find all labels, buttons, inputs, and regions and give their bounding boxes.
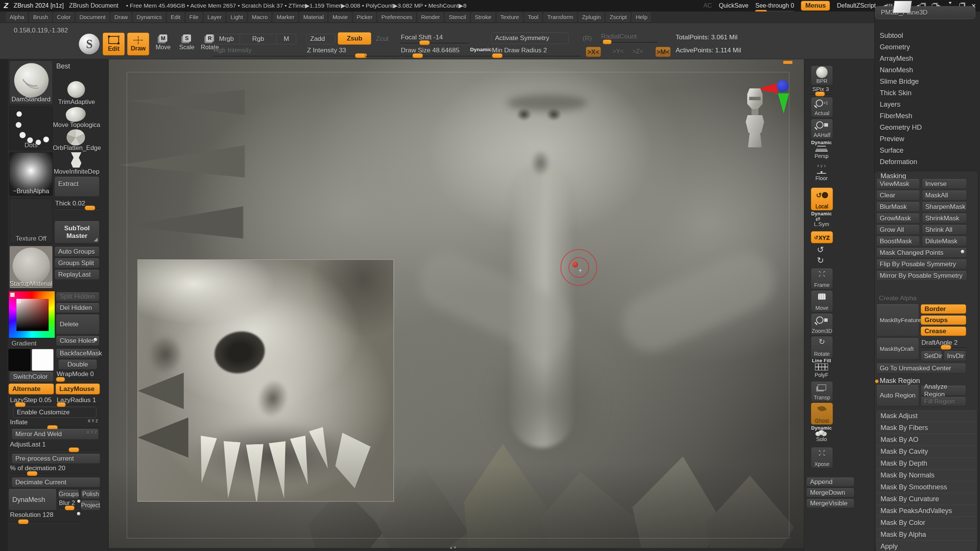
lazy-mouse-button[interactable]: LazyMouse xyxy=(56,383,100,395)
radial-count-slider[interactable]: RadialCount xyxy=(600,33,658,44)
rotate-y-icon[interactable]: ↺ xyxy=(817,245,824,255)
fill-region-button[interactable]: Fill Region xyxy=(921,397,966,406)
flip-posable-symmetry-button[interactable]: Flip By Posable Symmetry xyxy=(876,259,967,269)
brush-dam-standard[interactable]: DamStandard xyxy=(9,60,53,104)
tool-section-item[interactable]: NanoMesh xyxy=(874,64,980,76)
groups-split-button[interactable]: Groups Split xyxy=(54,258,100,268)
enable-customize-button[interactable]: Enable Customize xyxy=(13,407,96,418)
mask-grid-button[interactable]: SharpenMask xyxy=(922,202,967,212)
ghost-button[interactable]: Ghost xyxy=(811,403,833,425)
project-button[interactable]: Project xyxy=(81,500,100,510)
adjust-last-slider[interactable]: AdjustLast 1 xyxy=(9,441,99,452)
lazy-step-slider[interactable]: LazyStep 0.05 xyxy=(9,396,53,407)
split-hidden-button[interactable]: Split Hidden xyxy=(56,292,100,302)
m-button[interactable]: M xyxy=(277,34,296,44)
mrgb-button[interactable]: Mrgb xyxy=(213,34,240,44)
lsym-button[interactable]: L.Sym xyxy=(804,221,839,227)
axis-z-dot[interactable] xyxy=(777,80,789,92)
decimation-slider[interactable]: % of decimation 20 xyxy=(9,465,99,476)
canvas-scroll-arrows[interactable]: ▲▼ xyxy=(449,546,457,549)
sv-square[interactable] xyxy=(16,299,49,331)
mirror-and-weld-button[interactable]: Mirror And Weld X Y Z xyxy=(11,429,99,440)
brush-alpha-thumb[interactable]: ~BrushAlpha xyxy=(9,152,53,196)
menu-item[interactable]: Macro xyxy=(248,12,271,22)
divider-handle[interactable] xyxy=(783,61,792,64)
mask-by-row[interactable]: Mask By AO xyxy=(876,434,977,445)
menu-item[interactable]: Layer xyxy=(204,12,225,22)
close-holes-button[interactable]: Close Holes xyxy=(56,336,100,346)
mask-grid-button[interactable]: Shrink All xyxy=(922,225,967,235)
del-hidden-button[interactable]: Del Hidden xyxy=(56,303,100,313)
tool-section-item[interactable]: Slime Bridge xyxy=(874,76,980,87)
scale-button[interactable]: S Scale xyxy=(177,34,197,51)
persp-button[interactable]: Persp xyxy=(804,153,839,159)
mask-feature-crease-button[interactable]: Crease xyxy=(921,326,966,336)
menu-item[interactable]: Stroke xyxy=(471,12,495,22)
mask-by-row[interactable]: Mask PeaksAndValleys xyxy=(876,505,977,517)
sculpt-canvas[interactable]: + xyxy=(109,59,804,548)
tool-section-item[interactable]: Deformation xyxy=(874,156,980,168)
min-draw-radius-slider[interactable]: Min Draw Radius 2 xyxy=(491,47,581,58)
rotate-z-icon[interactable]: ↻ xyxy=(817,256,824,266)
draw-button[interactable]: Draw xyxy=(127,33,149,55)
decimate-current-button[interactable]: Decimate Current xyxy=(11,478,100,487)
symmetry-z-button[interactable]: >Z< xyxy=(632,48,643,55)
menu-item[interactable]: Transform xyxy=(544,12,577,22)
mirror-posable-symmetry-button[interactable]: Mirror By Posable Symmetry xyxy=(876,271,967,281)
merge-visible-button[interactable]: MergeVisible xyxy=(806,499,854,508)
mask-grid-button[interactable]: ShrinkMask xyxy=(922,214,967,223)
brush-trim-adaptive[interactable]: TrimAdaptive xyxy=(54,81,100,106)
analyze-region-button[interactable]: Analyze Region xyxy=(921,386,966,396)
floor-button[interactable]: Floor xyxy=(804,175,839,181)
mask-grid-button[interactable]: GrowMask xyxy=(876,214,920,223)
menu-item[interactable]: Zplugin xyxy=(578,12,604,22)
floor-icon[interactable]: ▼ xyxy=(817,168,826,174)
mask-by-row[interactable]: Mask By Curvature xyxy=(876,493,977,505)
wrap-mode-slider[interactable]: WrapMode 0 xyxy=(56,370,100,382)
actual-button[interactable]: ×1 Actual xyxy=(811,97,833,117)
mask-grid-button[interactable]: DiluteMask xyxy=(922,236,967,246)
mask-changed-points-button[interactable]: Mask Changed Points xyxy=(876,248,967,258)
switch-color-button[interactable]: SwitchColor xyxy=(9,372,54,382)
move-3d-button[interactable]: Move xyxy=(811,290,833,312)
polish-button[interactable]: Polish xyxy=(81,490,100,499)
hue-cursor[interactable] xyxy=(10,292,15,298)
zsub-button[interactable]: Zsub xyxy=(338,32,371,45)
mask-by-row[interactable]: Mask By Normals xyxy=(876,469,977,481)
lazy-radius-slider[interactable]: LazyRadius 1 xyxy=(56,396,100,407)
tool-section-item[interactable]: Geometry HD xyxy=(874,122,980,133)
texture-off-tile[interactable]: Texture Off xyxy=(9,198,53,243)
mask-by-row[interactable]: Apply xyxy=(876,540,977,551)
symmetry-y-button[interactable]: >Y< xyxy=(612,48,624,55)
zoom3d-button[interactable]: Zoom3D xyxy=(811,313,833,335)
menu-item[interactable]: Draw xyxy=(111,12,131,22)
create-alpha-button[interactable]: Create Alpha xyxy=(879,295,916,302)
brush-dots[interactable]: Dots xyxy=(9,106,53,150)
dynamic-label[interactable]: Dynamic xyxy=(470,47,492,52)
frame-button[interactable]: ↖ ↗↙ ↘ Frame xyxy=(811,268,833,289)
menu-item[interactable]: Texture xyxy=(497,12,523,22)
quicksave-button[interactable]: QuickSave xyxy=(719,2,748,9)
xyz-button[interactable]: ↺ XYZ xyxy=(811,231,833,243)
local-button[interactable]: ↺ Local xyxy=(811,187,833,210)
set-dir-button[interactable]: SetDir xyxy=(921,351,942,361)
sv-cursor[interactable] xyxy=(16,299,21,303)
thick-slider[interactable]: Thick 0.02 xyxy=(54,200,100,210)
mask-grid-button[interactable]: MaskAll xyxy=(922,191,967,201)
color-picker[interactable] xyxy=(8,291,55,338)
move-button[interactable]: M Move xyxy=(153,34,173,51)
replay-last-button[interactable]: ReplayLast xyxy=(54,270,100,280)
mask-by-row[interactable]: Mask By Color xyxy=(876,517,977,528)
blur-slider[interactable]: Blur 2 xyxy=(58,500,78,510)
mask-grid-button[interactable]: BlurMask xyxy=(876,202,920,212)
menu-item[interactable]: Zscript xyxy=(606,12,630,22)
append-button[interactable]: Append xyxy=(806,478,854,487)
mask-grid-button[interactable]: Clear xyxy=(876,191,920,201)
mask-by-row[interactable]: Mask By Cavity xyxy=(876,445,977,457)
inflate-slider[interactable]: Inflate X Y Z xyxy=(9,419,99,430)
mask-grid-button[interactable]: ViewMask xyxy=(876,179,920,189)
merge-down-button[interactable]: MergeDown xyxy=(806,488,854,497)
menu-item[interactable]: Tool xyxy=(524,12,542,22)
xpose-button[interactable]: ↖ ↗↙ ↘ Xpose xyxy=(811,447,833,468)
mask-grid-button[interactable]: Inverse xyxy=(922,179,967,189)
